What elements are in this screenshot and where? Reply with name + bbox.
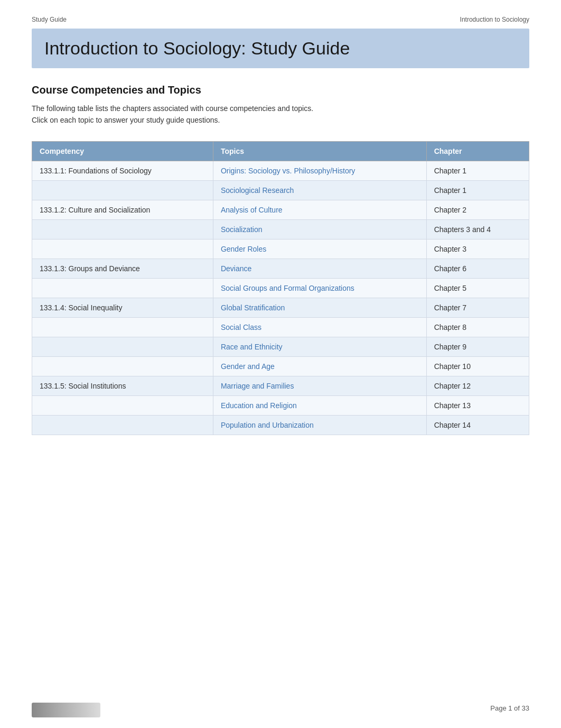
cell-topic[interactable]: Global Stratification	[213, 298, 426, 317]
cell-topic[interactable]: Social Class	[213, 317, 426, 337]
topic-link[interactable]: Sociological Research	[221, 186, 294, 195]
cell-topic[interactable]: Socialization	[213, 219, 426, 239]
cell-chapter: Chapter 7	[426, 298, 529, 317]
topic-link[interactable]: Gender and Age	[221, 362, 275, 371]
cell-topic[interactable]: Deviance	[213, 259, 426, 278]
cell-chapter: Chapter 2	[426, 200, 529, 219]
header-competency: Competency	[32, 141, 213, 161]
cell-topic[interactable]: Gender Roles	[213, 239, 426, 259]
cell-competency	[32, 180, 213, 200]
cell-topic[interactable]: Population and Urbanization	[213, 415, 426, 435]
cell-competency	[32, 317, 213, 337]
table-header-row: Competency Topics Chapter	[32, 141, 529, 161]
cell-topic[interactable]: Analysis of Culture	[213, 200, 426, 219]
topic-link[interactable]: Race and Ethnicity	[221, 343, 283, 351]
cell-competency	[32, 415, 213, 435]
header-chapter: Chapter	[426, 141, 529, 161]
footer-logo	[32, 703, 100, 717]
topic-link[interactable]: Population and Urbanization	[221, 421, 314, 429]
topic-link[interactable]: Socialization	[221, 225, 263, 234]
intro-line2: Click on each topic to answer your study…	[32, 116, 220, 124]
cell-competency	[32, 278, 213, 298]
competency-table: Competency Topics Chapter 133.1.1: Found…	[32, 141, 529, 435]
cell-chapter: Chapter 1	[426, 180, 529, 200]
cell-topic[interactable]: Marriage and Families	[213, 376, 426, 395]
intro-text: The following table lists the chapters a…	[32, 103, 529, 126]
topic-link[interactable]: Gender Roles	[221, 245, 266, 253]
table-row: Education and ReligionChapter 13	[32, 395, 529, 415]
table-row: Sociological ResearchChapter 1	[32, 180, 529, 200]
cell-chapter: Chapter 14	[426, 415, 529, 435]
topic-link[interactable]: Deviance	[221, 264, 251, 273]
page-wrapper: Study Guide Introduction to Sociology In…	[0, 0, 561, 467]
page-title-bar: Introduction to Sociology: Study Guide	[32, 29, 529, 68]
table-row: SocializationChapters 3 and 4	[32, 219, 529, 239]
cell-chapter: Chapters 3 and 4	[426, 219, 529, 239]
topic-link[interactable]: Origins: Sociology vs. Philosophy/Histor…	[221, 167, 355, 175]
topic-link[interactable]: Analysis of Culture	[221, 206, 283, 214]
topic-link[interactable]: Marriage and Families	[221, 382, 294, 390]
cell-chapter: Chapter 10	[426, 356, 529, 376]
page-title: Introduction to Sociology: Study Guide	[44, 38, 517, 59]
table-row: Social Groups and Formal OrganizationsCh…	[32, 278, 529, 298]
cell-competency: 133.1.4: Social Inequality	[32, 298, 213, 317]
cell-chapter: Chapter 3	[426, 239, 529, 259]
topic-link[interactable]: Global Stratification	[221, 303, 285, 312]
table-row: Gender and AgeChapter 10	[32, 356, 529, 376]
cell-topic[interactable]: Origins: Sociology vs. Philosophy/Histor…	[213, 161, 426, 180]
topic-link[interactable]: Education and Religion	[221, 401, 297, 410]
cell-competency: 133.1.5: Social Institutions	[32, 376, 213, 395]
cell-chapter: Chapter 13	[426, 395, 529, 415]
table-row: 133.1.5: Social InstitutionsMarriage and…	[32, 376, 529, 395]
cell-topic[interactable]: Education and Religion	[213, 395, 426, 415]
table-row: Population and UrbanizationChapter 14	[32, 415, 529, 435]
table-row: Race and EthnicityChapter 9	[32, 337, 529, 356]
cell-topic[interactable]: Gender and Age	[213, 356, 426, 376]
table-row: 133.1.1: Foundations of SociologyOrigins…	[32, 161, 529, 180]
cell-chapter: Chapter 6	[426, 259, 529, 278]
intro-line1: The following table lists the chapters a…	[32, 104, 313, 113]
header-meta: Study Guide Introduction to Sociology	[32, 16, 529, 23]
section-heading: Course Competencies and Topics	[32, 84, 529, 96]
table-row: 133.1.2: Culture and SocializationAnalys…	[32, 200, 529, 219]
table-row: 133.1.3: Groups and DevianceDevianceChap…	[32, 259, 529, 278]
cell-competency: 133.1.3: Groups and Deviance	[32, 259, 213, 278]
cell-competency	[32, 395, 213, 415]
cell-competency: 133.1.2: Culture and Socialization	[32, 200, 213, 219]
page-footer: Page 1 of 33	[490, 704, 529, 712]
table-row: Social ClassChapter 8	[32, 317, 529, 337]
cell-competency: 133.1.1: Foundations of Sociology	[32, 161, 213, 180]
cell-topic[interactable]: Race and Ethnicity	[213, 337, 426, 356]
cell-topic[interactable]: Social Groups and Formal Organizations	[213, 278, 426, 298]
header-right-label: Introduction to Sociology	[460, 16, 529, 23]
table-row: 133.1.4: Social InequalityGlobal Stratif…	[32, 298, 529, 317]
header-topics: Topics	[213, 141, 426, 161]
header-left-label: Study Guide	[32, 16, 67, 23]
page-info: Page 1 of 33	[490, 704, 529, 712]
cell-chapter: Chapter 12	[426, 376, 529, 395]
cell-chapter: Chapter 9	[426, 337, 529, 356]
cell-chapter: Chapter 1	[426, 161, 529, 180]
cell-chapter: Chapter 8	[426, 317, 529, 337]
cell-competency	[32, 219, 213, 239]
cell-competency	[32, 337, 213, 356]
table-row: Gender RolesChapter 3	[32, 239, 529, 259]
cell-competency	[32, 356, 213, 376]
cell-competency	[32, 239, 213, 259]
topic-link[interactable]: Social Groups and Formal Organizations	[221, 284, 354, 292]
topic-link[interactable]: Social Class	[221, 323, 261, 331]
cell-topic[interactable]: Sociological Research	[213, 180, 426, 200]
cell-chapter: Chapter 5	[426, 278, 529, 298]
